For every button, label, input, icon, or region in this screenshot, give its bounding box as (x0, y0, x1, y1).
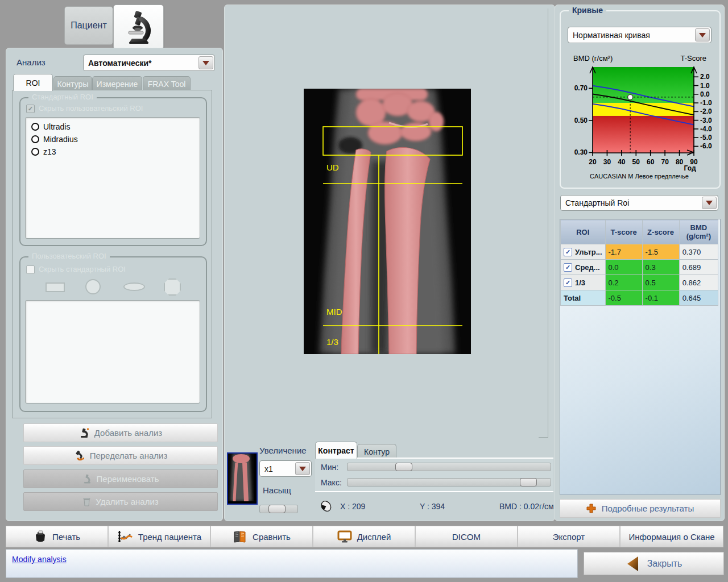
col-bmd: BMD (g/cm²) (679, 220, 718, 244)
tab-analysis[interactable] (113, 5, 164, 49)
chevron-down-icon[interactable] (695, 28, 710, 41)
table-row: ✓ Сред... 0.0 0.3 0.689 (561, 260, 718, 275)
scan-info-button[interactable]: Информация о Скане (620, 526, 723, 547)
cursor-y: Y : 394 (420, 502, 445, 511)
plus-icon (586, 504, 596, 513)
compare-label: Сравнить (253, 532, 291, 542)
tab-measurement[interactable]: Измерение (92, 76, 142, 91)
tab-contours[interactable]: Контуры (53, 76, 92, 91)
tab-contour[interactable]: Контур (357, 444, 396, 459)
tab-frax-tool[interactable]: FRAX Tool (143, 76, 191, 91)
results-panel: Кривые Нормативная кривая BMD (г/см²) T-… (555, 5, 725, 521)
standard-roi-list[interactable]: Ultradis Midradius z13 (25, 117, 200, 239)
col-tscore: T-score (605, 220, 642, 244)
svg-text:50: 50 (632, 158, 640, 166)
hide-user-roi-label: Скрыть пользовательский ROI (39, 104, 143, 113)
patient-trend-button[interactable]: Тренд пациента (108, 526, 210, 547)
zoom-label: Увеличение (259, 446, 307, 455)
display-button[interactable]: Дисплей (313, 526, 415, 547)
svg-text:80: 80 (676, 158, 684, 166)
add-analysis-icon (79, 427, 90, 438)
status-bar: Modify analysis (6, 549, 578, 578)
saturation-label: Насыщ (263, 485, 291, 495)
max-label: Макс: (321, 478, 342, 487)
row-label: Сред... (575, 263, 600, 272)
mouse-icon (320, 500, 333, 512)
tab-measurement-label: Измерение (97, 80, 138, 89)
polygon-roi-icon[interactable] (164, 278, 181, 296)
tab-roi[interactable]: ROI (13, 74, 53, 91)
roi-mode-dropdown[interactable]: Стандартный Roi (560, 195, 718, 211)
saturation-slider[interactable] (259, 505, 298, 513)
list-item[interactable]: z13 (26, 146, 200, 158)
radio-icon[interactable] (31, 148, 39, 156)
list-item[interactable]: Ultradis (26, 120, 200, 133)
user-roi-group: Пользоватеьский ROI ✓ Скрыть стандартный… (19, 256, 207, 412)
add-analysis-label: Добавить анализ (94, 428, 162, 438)
chevron-down-icon[interactable] (295, 462, 310, 475)
export-label: Экспорт (553, 532, 585, 542)
xray-image[interactable]: UD MID 1/3 (304, 89, 471, 354)
saturation-slider-handle[interactable] (268, 505, 286, 513)
rename-analysis-icon (82, 474, 92, 484)
roi-label-ud: UD (326, 163, 339, 172)
radio-icon[interactable] (31, 123, 39, 131)
tab-contrast[interactable]: Контраст (315, 442, 357, 459)
detailed-results-button[interactable]: Подробные результаты (560, 499, 721, 518)
delete-analysis-button[interactable]: Удалить анализ (23, 492, 218, 511)
tab-patient[interactable]: Пациент (64, 6, 113, 45)
rename-analysis-button[interactable]: Переименовать (23, 469, 218, 488)
roi-mode-value: Стандартный Roi (565, 198, 629, 207)
redo-analysis-button[interactable]: Переделать анализ (23, 446, 218, 465)
svg-text:-5.0: -5.0 (700, 134, 712, 142)
add-analysis-button[interactable]: Добавить анализ (23, 423, 218, 442)
user-roi-list[interactable] (25, 300, 200, 404)
print-button[interactable]: Печать (6, 526, 108, 547)
viewer-scroll-corner (539, 437, 548, 438)
zoom-dropdown[interactable]: x1 (259, 460, 312, 477)
results-table-area: ROI T-score Z-score BMD (g/cm²) ✓ Ультр.… (560, 219, 721, 495)
analysis-panel: Анализ Автоматически* ROI Контуры Измере… (6, 48, 223, 521)
dicom-button[interactable]: DICOM (415, 526, 518, 547)
curve-type-dropdown[interactable]: Нормативная кривая (568, 27, 712, 43)
bmd-cell: 0.689 (679, 260, 718, 275)
redo-analysis-icon (74, 450, 85, 461)
table-header-row: ROI T-score Z-score BMD (g/cm²) (561, 220, 718, 244)
analysis-label: Анализ (16, 57, 46, 67)
table-row: ✓ Ультр... -1.7 -1.5 0.370 (561, 244, 718, 260)
min-slider[interactable] (347, 463, 551, 471)
viewer-scroll-edge[interactable] (548, 9, 548, 438)
z-score-cell: -1.5 (642, 244, 679, 260)
max-slider[interactable] (347, 478, 551, 487)
analysis-mode-dropdown[interactable]: Автоматически* (83, 55, 215, 71)
standard-roi-group: Стандартный ROI ✓ Скрыть пользовательски… (19, 97, 207, 246)
t-score-cell: -0.5 (605, 290, 642, 306)
hide-standard-roi-checkbox[interactable]: ✓ (26, 265, 35, 274)
results-table: ROI T-score Z-score BMD (g/cm²) ✓ Ультр.… (560, 219, 718, 306)
radio-icon[interactable] (31, 135, 39, 143)
min-slider-handle[interactable] (395, 463, 412, 471)
export-button[interactable]: Экспорт (518, 526, 620, 547)
rectangle-roi-icon[interactable] (46, 282, 65, 292)
roi-label-mid: MID (326, 307, 342, 317)
table-row-total: Total -0.5 -0.1 0.645 (561, 290, 718, 306)
scan-thumbnail[interactable] (227, 452, 258, 505)
modify-analysis-link[interactable]: Modify analysis (12, 555, 67, 564)
chevron-down-icon[interactable] (198, 56, 213, 69)
svg-text:-3.0: -3.0 (700, 117, 712, 124)
chevron-down-icon[interactable] (702, 197, 717, 209)
list-item[interactable]: Midradius (26, 133, 200, 146)
svg-text:1.0: 1.0 (700, 82, 710, 90)
rename-analysis-label: Переименовать (97, 474, 159, 484)
t-score-cell: 0.0 (605, 260, 642, 275)
max-slider-handle[interactable] (520, 478, 537, 487)
circle-roi-icon[interactable] (85, 279, 101, 294)
close-button[interactable]: Закрыть (584, 552, 724, 575)
hide-user-roi-checkbox[interactable]: ✓ (26, 105, 35, 113)
row-checkbox[interactable]: ✓ (564, 263, 572, 272)
row-checkbox[interactable]: ✓ (564, 278, 572, 287)
row-checkbox[interactable]: ✓ (564, 248, 572, 256)
ellipse-roi-icon[interactable] (123, 282, 145, 291)
roi-item-label: z13 (43, 147, 56, 156)
compare-button[interactable]: Сравнить (210, 526, 313, 547)
